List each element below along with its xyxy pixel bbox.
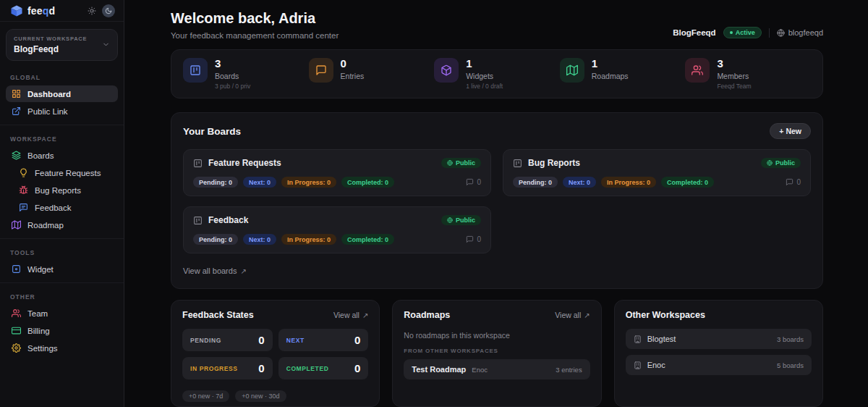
globe-icon <box>447 160 453 166</box>
sidebar-item-settings[interactable]: Settings <box>6 340 118 356</box>
section-label-workspace: WORKSPACE <box>10 135 114 143</box>
sidebar-item-roadmap[interactable]: Roadmap <box>6 217 118 233</box>
sidebar-item-label: Feature Requests <box>35 169 101 177</box>
sidebar-item-boards[interactable]: Boards <box>6 147 118 164</box>
gear-icon <box>12 343 21 353</box>
sidebar-item-public-link[interactable]: Public Link <box>6 103 118 119</box>
logo[interactable]: feeqd <box>10 4 55 17</box>
workspace-board-count: 5 boards <box>777 361 804 369</box>
stat-label: Roadmaps <box>592 72 629 80</box>
stat-label: Members <box>717 72 751 80</box>
users-icon <box>685 58 710 83</box>
state-label: IN PROGRESS <box>190 365 238 372</box>
status-dot <box>730 31 733 34</box>
state-pending[interactable]: PENDING 0 <box>182 329 273 351</box>
pending-badge: Pending: 0 <box>513 177 558 188</box>
public-site-link[interactable]: blogfeeqd <box>777 28 823 37</box>
sidebar-item-label: Boards <box>27 151 54 160</box>
view-all-states-link[interactable]: View all↗ <box>333 311 368 319</box>
nav-section-tools: TOOLS Widget <box>0 238 124 282</box>
main-content: Welcome back, Adria Your feedback manage… <box>124 0 868 407</box>
divider <box>769 28 770 38</box>
state-next[interactable]: NEXT 0 <box>278 329 369 351</box>
public-badge: Public <box>441 158 481 168</box>
users-icon <box>12 309 21 318</box>
sidebar-item-billing[interactable]: Billing <box>6 322 118 339</box>
other-workspaces-panel: Other Workspaces Blogtest 3 boards Enoc … <box>614 300 823 407</box>
section-label-global: GLOBAL <box>10 74 114 81</box>
completed-badge: Completed: 0 <box>341 177 394 188</box>
workspace-rows: Blogtest 3 boards Enoc 5 boards <box>626 329 812 375</box>
board-name: Feedback <box>208 215 435 225</box>
header-right: BlogFeeqd Active blogfeeqd <box>673 27 823 40</box>
stats-bar: 3 Boards 3 pub / 0 priv 0 Entries <box>171 49 823 98</box>
state-in-progress[interactable]: IN PROGRESS 0 <box>182 357 273 379</box>
sidebar-item-bug-reports[interactable]: Bug Reports <box>13 182 118 198</box>
stat-boards[interactable]: 3 Boards 3 pub / 0 priv <box>183 58 309 90</box>
sidebar-item-label: Dashboard <box>27 90 71 98</box>
stat-value: 3 <box>717 58 751 69</box>
stat-entries[interactable]: 0 Entries <box>309 58 435 90</box>
stat-members[interactable]: 3 Members Feeqd Team <box>685 58 811 90</box>
state-value: 0 <box>258 334 264 346</box>
nav-section-global: GLOBAL Dashboard Public Link <box>0 64 124 125</box>
in-progress-badge: In Progress: 0 <box>601 177 656 188</box>
nav-section-workspace: WORKSPACE Boards Feature Requests <box>0 125 124 238</box>
sun-theme-icon[interactable] <box>88 7 96 15</box>
workspace-board-count: 3 boards <box>777 335 804 343</box>
theme-toggle-moon-button[interactable] <box>102 4 115 17</box>
sidebar-header: feeqd <box>0 0 124 22</box>
sidebar-item-label: Public Link <box>27 107 68 116</box>
roadmap-row-test-roadmap[interactable]: Test Roadmap Enoc 3 entries <box>404 359 590 379</box>
globe-icon <box>767 160 773 166</box>
page-subtitle: Your feedback management command center <box>171 31 339 40</box>
logo-text: feeqd <box>27 5 55 17</box>
roadmaps-title: Roadmaps <box>404 310 450 320</box>
top-actions <box>88 4 115 17</box>
stat-value: 1 <box>466 58 503 69</box>
next-badge: Next: 0 <box>563 177 596 188</box>
board-card-feedback[interactable]: Feedback Public Pending: 0 Next: 0 In Pr… <box>183 206 491 253</box>
stat-label: Boards <box>215 72 250 80</box>
sidebar-item-feature-requests[interactable]: Feature Requests <box>13 164 118 181</box>
board-name: Feature Requests <box>208 158 435 168</box>
completed-badge: Completed: 0 <box>661 177 714 188</box>
workspace-selector[interactable]: CURRENT WORKSPACE BlogFeeqd <box>6 29 118 61</box>
sidebar-item-team[interactable]: Team <box>6 305 118 322</box>
state-value: 0 <box>354 334 360 346</box>
state-label: NEXT <box>286 337 305 344</box>
pending-badge: Pending: 0 <box>193 177 238 188</box>
new-board-button[interactable]: + New <box>770 123 811 139</box>
message-icon <box>309 58 333 83</box>
stat-sub: Feeqd Team <box>717 83 751 90</box>
new-feedback-pills: +0 new · 7d +0 new · 30d <box>182 390 368 402</box>
comment-icon <box>466 178 474 186</box>
stat-widgets[interactable]: 1 Widgets 1 live / 0 draft <box>434 58 560 90</box>
board-card-feature-requests[interactable]: Feature Requests Public Pending: 0 Next:… <box>183 149 491 196</box>
roadmaps-empty-text: No roadmaps in this workspace <box>404 331 590 340</box>
completed-badge: Completed: 0 <box>341 234 394 245</box>
stat-label: Entries <box>341 72 365 80</box>
sidebar-item-widget[interactable]: Widget <box>6 261 118 277</box>
workspace-row-enoc[interactable]: Enoc 5 boards <box>626 355 812 375</box>
board-card-bug-reports[interactable]: Bug Reports Public Pending: 0 Next: 0 In… <box>503 149 811 196</box>
sidebar-item-label: Team <box>27 309 48 318</box>
workspace-row-blogtest[interactable]: Blogtest 3 boards <box>626 329 812 349</box>
state-completed[interactable]: COMPLETED 0 <box>278 357 369 379</box>
comment-count: 0 <box>466 235 481 243</box>
box-icon <box>434 58 459 83</box>
stat-roadmaps[interactable]: 1 Roadmaps <box>560 58 686 90</box>
sidebar-item-feedback[interactable]: Feedback <box>13 199 118 216</box>
view-all-boards-link[interactable]: View all boards↗ <box>183 267 247 275</box>
sidebar-item-dashboard[interactable]: Dashboard <box>6 85 118 102</box>
public-badge: Public <box>441 215 481 225</box>
stat-label: Widgets <box>466 72 503 80</box>
roadmap-name: Test Roadmap <box>412 365 466 374</box>
sidebar-item-label: Roadmap <box>27 221 64 230</box>
roadmap-workspace: Enoc <box>472 366 488 374</box>
globe-icon <box>777 29 785 37</box>
cube-logo-icon <box>10 4 23 17</box>
view-all-roadmaps-link[interactable]: View all↗ <box>555 311 590 319</box>
app-root: feeqd CURRENT WORKSPACE BlogFeeqd <box>0 0 868 407</box>
arrow-up-right-icon: ↗ <box>584 311 590 319</box>
